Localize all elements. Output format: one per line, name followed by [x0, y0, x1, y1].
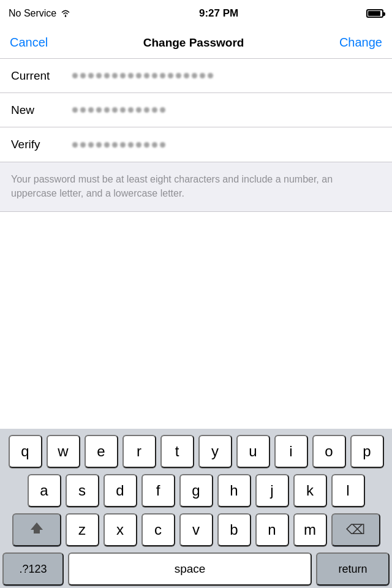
password-dot	[152, 73, 157, 78]
delete-icon: ⌫	[346, 522, 365, 538]
password-dot	[72, 142, 78, 148]
keyboard-row-2: asdfghjkl	[2, 474, 390, 507]
key-y[interactable]: y	[198, 435, 232, 468]
space-label: space	[175, 562, 206, 576]
password-dot	[112, 142, 118, 148]
password-dot	[128, 107, 134, 113]
password-dot	[160, 142, 165, 148]
no-service-text: No Service	[9, 8, 56, 19]
num-label: .?123	[19, 563, 47, 576]
status-time: 9:27 PM	[199, 7, 238, 20]
key-i[interactable]: i	[274, 435, 308, 468]
password-dot	[104, 73, 110, 78]
hint-text: Your password must be at least eight cha…	[11, 172, 381, 200]
shift-key[interactable]	[12, 513, 61, 546]
password-dot	[192, 73, 197, 78]
key-c[interactable]: c	[141, 513, 175, 546]
new-dots	[72, 107, 381, 113]
key-z[interactable]: z	[66, 513, 99, 546]
password-dot	[136, 107, 141, 113]
password-dot	[120, 142, 126, 148]
password-dot	[168, 73, 173, 78]
password-dot	[144, 73, 149, 78]
password-dot	[176, 73, 181, 78]
hint-section: Your password must be at least eight cha…	[0, 162, 392, 212]
cancel-button[interactable]: Cancel	[10, 36, 48, 50]
keyboard-row-1: qwertyuiop	[2, 435, 390, 468]
password-dot	[112, 107, 118, 113]
page-title: Change Password	[143, 36, 244, 50]
change-button[interactable]: Change	[339, 36, 382, 50]
status-bar: No Service 9:27 PM	[0, 0, 392, 27]
password-dot	[104, 142, 110, 148]
password-dot	[208, 73, 213, 78]
password-dot	[136, 142, 141, 148]
new-password-row[interactable]: New	[0, 93, 392, 127]
key-n[interactable]: n	[255, 513, 289, 546]
verify-label: Verify	[11, 138, 72, 151]
nav-bar: Cancel Change Password Change	[0, 27, 392, 59]
password-dot	[152, 107, 157, 113]
verify-password-row[interactable]: Verify	[0, 127, 392, 162]
password-dot	[80, 142, 86, 148]
key-o[interactable]: o	[312, 435, 346, 468]
shift-icon	[30, 521, 43, 538]
key-m[interactable]: m	[293, 513, 327, 546]
password-dot	[96, 107, 102, 113]
key-q[interactable]: q	[9, 435, 42, 468]
space-key[interactable]: space	[68, 552, 312, 586]
password-dot	[160, 107, 165, 113]
key-l[interactable]: l	[331, 474, 365, 507]
password-dot	[184, 73, 189, 78]
current-password-row[interactable]: Current	[0, 59, 392, 93]
password-dot	[88, 73, 94, 78]
key-p[interactable]: p	[350, 435, 384, 468]
password-dot	[96, 142, 102, 148]
password-dot	[152, 142, 157, 148]
key-a[interactable]: a	[28, 474, 61, 507]
delete-key[interactable]: ⌫	[331, 513, 380, 546]
password-dot	[144, 107, 149, 113]
key-b[interactable]: b	[217, 513, 251, 546]
num-key[interactable]: .?123	[2, 552, 64, 586]
svg-marker-1	[31, 522, 43, 533]
password-dot	[104, 107, 110, 113]
password-dot	[128, 73, 134, 78]
key-s[interactable]: s	[66, 474, 99, 507]
password-dot	[80, 107, 86, 113]
key-h[interactable]: h	[217, 474, 251, 507]
password-form: Current New Verify	[0, 59, 392, 162]
status-left: No Service	[9, 8, 71, 19]
password-dot	[200, 73, 205, 78]
password-dot	[160, 73, 165, 78]
key-t[interactable]: t	[160, 435, 194, 468]
key-x[interactable]: x	[104, 513, 137, 546]
key-k[interactable]: k	[293, 474, 327, 507]
password-dot	[96, 73, 102, 78]
password-dot	[72, 73, 78, 78]
wifi-icon	[60, 9, 71, 19]
keyboard-row-3: zxcvbnm ⌫	[2, 513, 390, 546]
key-v[interactable]: v	[179, 513, 213, 546]
key-f[interactable]: f	[141, 474, 175, 507]
key-w[interactable]: w	[47, 435, 80, 468]
password-dot	[72, 107, 78, 113]
verify-dots	[72, 142, 381, 148]
current-dots	[72, 73, 381, 78]
return-label: return	[338, 563, 367, 576]
password-dot	[80, 73, 86, 78]
key-g[interactable]: g	[179, 474, 213, 507]
svg-point-0	[65, 15, 67, 17]
key-j[interactable]: j	[255, 474, 289, 507]
key-u[interactable]: u	[236, 435, 270, 468]
new-label: New	[11, 104, 72, 117]
key-d[interactable]: d	[104, 474, 137, 507]
return-key[interactable]: return	[316, 552, 390, 586]
key-e[interactable]: e	[85, 435, 118, 468]
password-dot	[120, 107, 126, 113]
current-label: Current	[11, 69, 72, 83]
password-dot	[88, 142, 94, 148]
password-dot	[112, 73, 118, 78]
password-dot	[120, 73, 126, 78]
key-r[interactable]: r	[123, 435, 156, 468]
